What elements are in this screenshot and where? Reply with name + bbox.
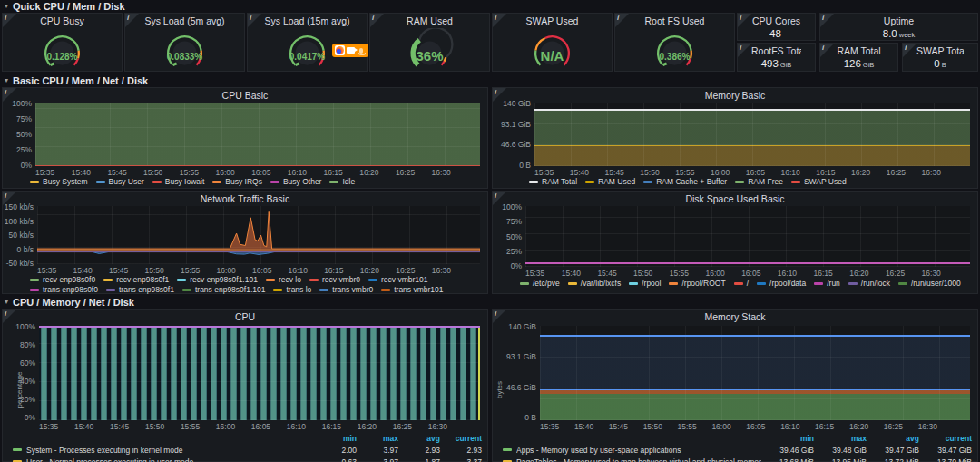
legend-item[interactable]: trans lo [273,285,311,295]
axis-tick: 16:10 [289,266,308,275]
panel-info-icon[interactable] [493,310,506,323]
panel-title[interactable]: Sys Load (5m avg) [139,15,230,26]
legend-item[interactable]: Busy Other [270,177,322,187]
row-header-quick[interactable]: ▾ Quick CPU / Mem / Disk [0,0,980,12]
panel-info-icon[interactable] [820,44,834,57]
legend-item[interactable]: trans vmbr101 [381,285,443,295]
panel-info-icon[interactable] [3,88,16,102]
x-axis: 15:3515:4015:4515:5015:5516:0016:0516:10… [525,269,941,278]
panel-title[interactable]: Sys Load (15m avg) [261,15,353,26]
legend-item[interactable]: Busy System [30,177,88,187]
panel-title[interactable]: CPU [16,311,474,322]
grafana-dashboard: ▾ Quick CPU / Mem / Disk CPU Busy 0.128%… [0,0,980,462]
legend-item[interactable]: RAM Free [735,177,783,187]
stat-col-header: current [440,434,482,443]
panel-info-icon[interactable] [493,88,506,102]
axis-tick: 16:00 [217,266,236,275]
legend-item[interactable]: SWAP Used [791,177,847,187]
panel-title[interactable]: SWAP Used [506,15,598,26]
panel-title[interactable]: RootFS Total [751,45,801,56]
panel-title[interactable]: CPU Cores [751,15,801,26]
panel-info-icon[interactable] [248,14,261,27]
legend-item[interactable]: /var/lib/lxcfs [568,279,621,289]
panel-info-icon[interactable] [3,310,16,323]
panel-info-icon[interactable] [3,14,16,27]
legend-item[interactable]: Idle [329,177,355,187]
axis-tick: 15:40 [570,168,589,177]
panel-info-icon[interactable] [820,14,834,27]
stat-columns: minmaxavgcurrent [496,433,972,444]
legend-item[interactable]: / [734,279,749,289]
legend-item[interactable]: /rpool/data [757,279,806,289]
network-traffic-series [37,206,480,264]
panel-title[interactable]: RAM Total [834,45,884,56]
panel-title[interactable]: Uptime [834,15,964,26]
browser-sharing-indicator[interactable] [332,44,368,57]
legend-series-row[interactable]: Apps - Memory used by user-space applica… [496,444,972,456]
panel-info-icon[interactable] [370,14,384,27]
legend-item[interactable]: recv enp98s0f0 [30,275,95,285]
legend-item[interactable]: recv vmbr0 [309,275,360,285]
panel-title[interactable]: Memory Stack [506,311,964,322]
axis-tick: 50% [16,130,32,139]
legend-item[interactable]: trans vmbr0 [319,285,373,295]
panel-title[interactable]: Disk Space Used Basic [506,193,964,204]
panel-info-icon[interactable] [738,44,751,57]
legend-item[interactable]: recv lo [266,275,301,285]
legend-series-row[interactable]: PageTables - Memory used to map between … [496,456,972,462]
panel-title[interactable]: SWAP Total [916,45,964,56]
axis-tick: 0% [24,413,35,422]
axis-tick: 50% [506,232,522,241]
axis-tick: 60% [20,359,35,368]
panel-info-icon[interactable] [125,14,139,27]
legend-item[interactable]: trans enp98s0f1 [106,285,174,295]
panel-title[interactable]: Memory Basic [506,90,964,101]
axis-tick: 16:15 [815,422,834,431]
legend-item[interactable]: /etc/pve [520,279,560,289]
row-header-basic[interactable]: ▾ Basic CPU / Mem / Net / Disk [0,74,980,86]
panel-info-icon[interactable] [738,14,751,27]
axis-tick: 15:35 [525,269,544,278]
panel-title[interactable]: Root FS Used [629,15,720,26]
panel-info-icon[interactable] [903,44,916,57]
chart-legend: /etc/pve/var/lib/lxcfs/rpool/rpool/ROOT/… [516,279,974,289]
axis-tick: 16:05 [251,422,270,431]
legend-item[interactable]: recv enp98s0f1 [103,275,169,285]
legend-item[interactable]: RAM Cache + Buffer [643,177,727,187]
row-header-detail[interactable]: ▾ CPU / Memory / Net / Disk [0,296,980,308]
legend-stat-table: minmaxavgcurrent Apps - Memory used by u… [496,433,972,462]
panel-network-basic: Network Traffic Basic 150 kb/s100 kb/s50… [2,191,488,294]
axis-tick: 15:45 [609,422,628,431]
panel-info-icon[interactable] [493,14,506,27]
axis-tick: 40% [20,377,35,386]
legend-item[interactable]: RAM Total [529,177,577,187]
axis-tick: 46.6 GiB [506,383,536,392]
legend-item[interactable]: recv enp98s0f1.101 [177,275,258,285]
legend-item[interactable]: /run/lock [848,279,890,289]
panel-info-icon[interactable] [493,192,506,205]
panel-ram-used: RAM Used 36% [369,13,490,72]
panel-info-icon[interactable] [3,192,16,205]
legend-item[interactable]: recv vmbr101 [368,275,428,285]
legend-item[interactable]: /rpool/ROOT [669,279,725,289]
legend-series-row[interactable]: System - Processes executing in kernel m… [6,444,482,456]
panel-memory-basic: Memory Basic 140 GiB93.1 GiB46.6 GiB0 B … [492,87,978,189]
legend-item[interactable]: RAM Used [585,177,635,187]
x-axis: 15:3515:4015:4515:5015:5516:0016:0516:10… [35,168,451,177]
panel-title[interactable]: CPU Busy [16,15,108,26]
legend-item[interactable]: Busy IRQs [212,177,262,187]
axis-tick: 16:20 [359,168,378,177]
legend-item[interactable]: trans enp98s0f1.101 [182,285,266,295]
panel-title[interactable]: RAM Used [384,15,475,26]
legend-series-row[interactable]: User - Normal processes executing in use… [6,456,482,462]
legend-item[interactable]: /run/user/1000 [898,279,961,289]
legend-item[interactable]: Busy Iowait [152,177,204,187]
legend-item[interactable]: /rpool [629,279,661,289]
panel-swap-total: SWAP Total 0B [902,43,978,72]
legend-item[interactable]: /run [814,279,840,289]
legend-item[interactable]: trans enp98s0f0 [30,285,98,295]
panel-title[interactable]: Network Traffic Basic [16,193,474,204]
legend-item[interactable]: Busy User [96,177,144,187]
panel-info-icon[interactable] [615,14,629,27]
panel-title[interactable]: CPU Basic [16,90,474,101]
